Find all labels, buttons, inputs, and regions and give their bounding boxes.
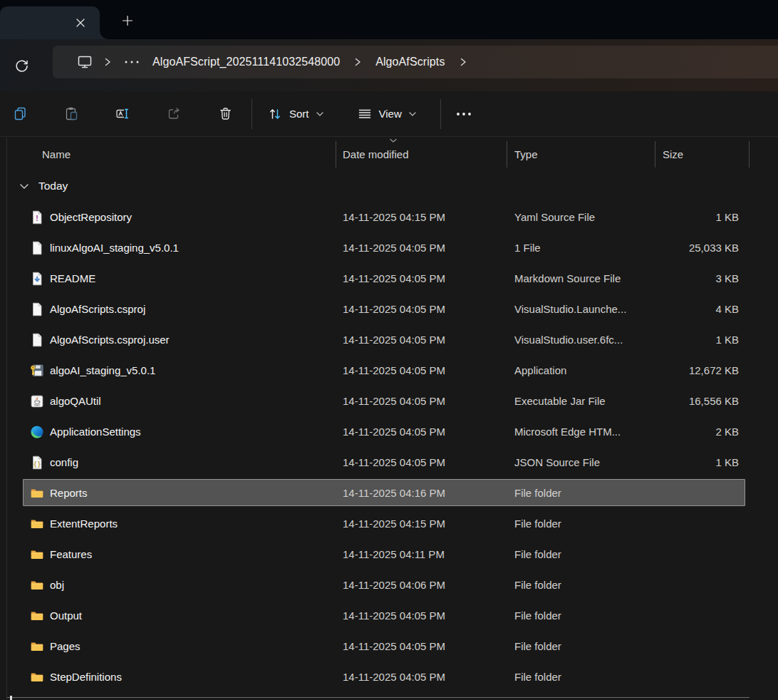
column-header-row: Name Date modified Type Size [7, 138, 778, 170]
file-date-modified: 14-11-2025 04:05 PM [336, 456, 507, 468]
file-row[interactable]: StepDefinitions 14-11-2025 04:05 PM File… [7, 662, 778, 692]
file-name: algoQAUtil [50, 395, 101, 407]
share-button[interactable] [160, 100, 188, 128]
file-type: VisualStudio.Launche... [507, 303, 655, 315]
edge-html-icon [30, 425, 44, 439]
file-name: ExtentReports [50, 518, 118, 530]
breadcrumb-item-current[interactable]: AlgoAfScripts [368, 50, 452, 74]
file-type: File folder [507, 548, 655, 560]
file-name: obj [50, 579, 64, 591]
file-date-modified: 14-11-2025 04:05 PM [336, 640, 507, 652]
file-type: Application [507, 364, 655, 376]
delete-button[interactable] [211, 100, 239, 128]
file-row[interactable]: ExtentReports 14-11-2025 04:15 PM File f… [7, 508, 778, 539]
monitor-icon [76, 53, 93, 71]
breadcrumb-this-pc[interactable] [73, 50, 97, 74]
json-file-icon: { } [30, 455, 44, 470]
file-name: StepDefinitions [50, 671, 122, 683]
file-size: 12,672 KB [655, 364, 750, 376]
ellipsis-icon [124, 60, 140, 64]
rename-button[interactable] [108, 100, 137, 128]
file-type: VisualStudio.user.6fc... [507, 334, 655, 346]
file-row[interactable]: algoQAUtil 14-11-2025 04:05 PM Executabl… [7, 386, 778, 416]
breadcrumb-overflow-button[interactable] [118, 50, 145, 74]
file-name: Features [50, 548, 92, 560]
file-type: File folder [507, 609, 655, 622]
file-rows: ! ObjectRepository 14-11-2025 04:15 PM Y… [7, 202, 778, 692]
file-type: File folder [507, 579, 655, 591]
column-header-type[interactable]: Type [507, 138, 655, 170]
file-row[interactable]: Features 14-11-2025 04:11 PM File folder [7, 539, 778, 570]
file-name: algoAI_staging_v5.0.1 [50, 364, 155, 376]
close-icon [76, 18, 85, 28]
svg-text:{ }: { } [34, 460, 41, 467]
chevron-right-icon [452, 50, 474, 74]
generic-file-icon [30, 241, 44, 255]
column-header-size[interactable]: Size [655, 138, 750, 170]
file-date-modified: 14-11-2025 04:05 PM [336, 242, 507, 254]
file-row[interactable]: AlgoAfScripts.csproj.user 14-11-2025 04:… [7, 324, 778, 355]
file-date-modified: 14-11-2025 04:05 PM [336, 334, 507, 346]
chevron-down-icon [16, 183, 33, 190]
share-icon [167, 106, 182, 121]
file-list-pane: Name Date modified Type Size Today ! Obj… [0, 138, 778, 700]
file-type: 1 File [507, 242, 655, 254]
file-size: 4 KB [655, 303, 750, 315]
paste-icon [64, 106, 79, 121]
file-name: linuxAlgoAI_staging_v5.0.1 [50, 242, 179, 254]
breadcrumb-item-parent[interactable]: AlgoAFScript_202511141032548000 [145, 50, 347, 74]
file-row[interactable]: { } config 14-11-2025 04:05 PM JSON Sour… [7, 447, 778, 478]
file-type: File folder [507, 518, 655, 530]
folder-icon [30, 547, 44, 562]
file-type: Yaml Source File [507, 211, 655, 223]
copy-button[interactable] [6, 100, 34, 128]
file-type: File folder [507, 487, 655, 499]
file-name: Pages [50, 640, 81, 652]
more-icon [455, 112, 472, 116]
file-row[interactable]: ! ObjectRepository 14-11-2025 04:15 PM Y… [7, 202, 778, 232]
file-row[interactable]: obj 14-11-2025 04:06 PM File folder [7, 570, 778, 600]
column-header-name[interactable]: Name [7, 138, 336, 170]
file-type: Markdown Source File [507, 272, 655, 284]
toolbar-divider [440, 99, 441, 129]
chevron-down-icon [408, 111, 417, 117]
tab-close-button[interactable] [71, 14, 90, 32]
view-button[interactable]: View [351, 100, 422, 128]
sort-icon [267, 106, 283, 122]
file-size: 25,033 KB [655, 242, 750, 254]
svg-text:!: ! [36, 214, 38, 222]
file-row[interactable]: Pages 14-11-2025 04:05 PM File folder [7, 631, 778, 662]
file-size: 16,556 KB [655, 395, 750, 407]
toolbar-divider [251, 99, 252, 129]
file-name: AlgoAfScripts.csproj [50, 303, 145, 315]
file-row[interactable]: ApplicationSettings 14-11-2025 04:05 PM … [7, 416, 778, 447]
see-more-button[interactable] [450, 100, 478, 128]
address-bar[interactable]: AlgoAFScript_202511141032548000 AlgoAfSc… [53, 46, 778, 78]
sort-descending-icon [389, 138, 398, 143]
view-label: View [379, 108, 402, 120]
new-tab-button[interactable] [118, 11, 137, 30]
file-type: File folder [507, 640, 655, 652]
file-row[interactable]: AlgoAfScripts.csproj 14-11-2025 04:05 PM… [7, 294, 778, 324]
plus-icon [122, 15, 133, 26]
file-row[interactable]: algoAI_staging_v5.0.1 14-11-2025 04:05 P… [7, 355, 778, 386]
rename-icon [115, 106, 130, 121]
explorer-tab[interactable] [0, 6, 100, 39]
file-type: Executable Jar File [507, 395, 655, 407]
file-row[interactable]: linuxAlgoAI_staging_v5.0.1 14-11-2025 04… [7, 232, 778, 263]
file-name: ApplicationSettings [50, 426, 141, 438]
chevron-down-icon [316, 111, 324, 117]
application-icon [30, 364, 44, 378]
file-name: README [50, 272, 95, 284]
refresh-icon [14, 58, 29, 73]
file-row-selected[interactable]: Reports 14-11-2025 04:16 PM File folder [7, 478, 778, 508]
file-row[interactable]: Output 14-11-2025 04:05 PM File folder [7, 600, 778, 631]
group-header-today[interactable]: Today [7, 170, 68, 202]
file-date-modified: 14-11-2025 04:16 PM [336, 487, 507, 499]
column-header-date-modified[interactable]: Date modified [336, 138, 507, 170]
refresh-button[interactable] [8, 52, 35, 79]
folder-icon [30, 486, 44, 500]
file-row[interactable]: README 14-11-2025 04:05 PM Markdown Sour… [7, 263, 778, 294]
paste-button[interactable] [57, 100, 85, 128]
sort-button[interactable]: Sort [261, 100, 330, 128]
